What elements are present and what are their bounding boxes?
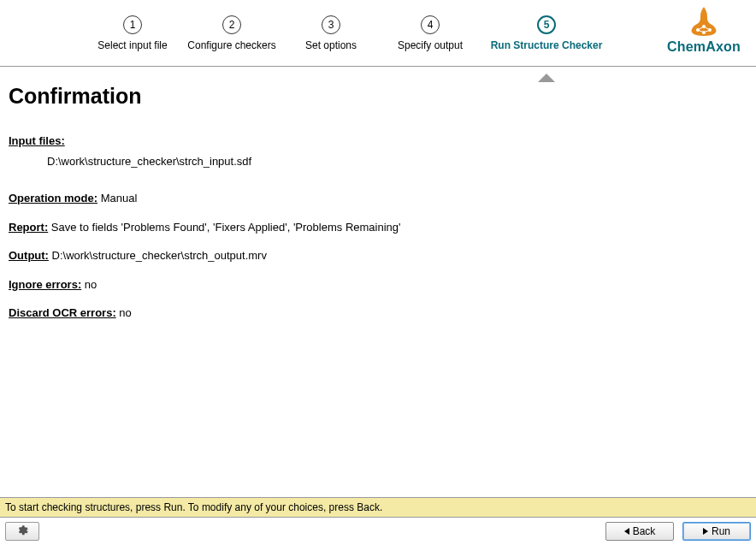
input-files-row: Input files: D:\work\structure_checker\s… [9,133,747,169]
step-5-label: Run Structure Checker [491,39,603,51]
operation-mode-row: Operation mode: Manual [9,190,747,207]
brand-logo: ChemAxon [667,5,741,55]
step-1-num: 1 [123,15,142,34]
input-files-label: Input files: [9,134,65,147]
active-step-pointer-icon [538,74,555,82]
report-label: Report: [9,221,48,234]
triangle-left-icon [624,528,629,535]
operation-mode-label: Operation mode: [9,192,97,204]
chemaxon-icon [685,5,723,38]
ignore-errors-row: Ignore errors: no [9,276,747,293]
step-3-label: Set options [305,39,357,51]
step-1[interactable]: 1 Select input file [90,15,175,51]
report-value: Save to fields 'Problems Found', 'Fixers… [48,221,400,234]
output-label: Output: [9,249,49,262]
run-button[interactable]: Run [682,522,751,541]
step-5-num: 5 [537,15,556,34]
input-files-value: D:\work\structure_checker\strch_input.sd… [47,153,747,170]
hint-bar: To start checking structures, press Run.… [0,497,756,518]
step-3[interactable]: 3 Set options [288,15,374,51]
confirmation-panel: Confirmation Input files: D:\work\struct… [0,67,756,497]
step-2-num: 2 [222,15,241,34]
discard-ocr-label: Discard OCR errors: [9,306,116,319]
settings-button[interactable] [5,522,39,541]
back-button[interactable]: Back [605,522,674,541]
discard-ocr-row: Discard OCR errors: no [9,305,747,322]
footer-bar: Back Run [0,518,756,545]
triangle-right-icon [703,528,708,535]
step-5[interactable]: 5 Run Structure Checker [487,15,606,51]
output-value: D:\work\structure_checker\strch_output.m… [49,249,267,262]
back-button-label: Back [633,525,656,537]
gear-icon [16,524,28,539]
step-2[interactable]: 2 Configure checkers [189,15,275,51]
run-button-label: Run [712,525,730,537]
output-row: Output: D:\work\structure_checker\strch_… [9,247,747,264]
step-4-num: 4 [421,15,440,34]
footer-actions: Back Run [605,522,751,541]
step-4-label: Specify output [398,39,463,51]
ignore-errors-value: no [81,278,97,291]
operation-mode-value: Manual [97,192,137,204]
step-1-label: Select input file [97,39,167,51]
step-3-num: 3 [322,15,340,34]
step-4[interactable]: 4 Specify output [387,15,473,51]
page-title: Confirmation [9,84,747,109]
step-2-label: Configure checkers [187,39,275,51]
report-row: Report: Save to fields 'Problems Found',… [9,219,747,236]
brand-name: ChemAxon [667,39,741,55]
wizard-steps: 1 Select input file 2 Configure checkers… [90,15,606,51]
discard-ocr-value: no [116,306,132,319]
ignore-errors-label: Ignore errors: [9,278,81,291]
wizard-header: 1 Select input file 2 Configure checkers… [0,0,756,67]
